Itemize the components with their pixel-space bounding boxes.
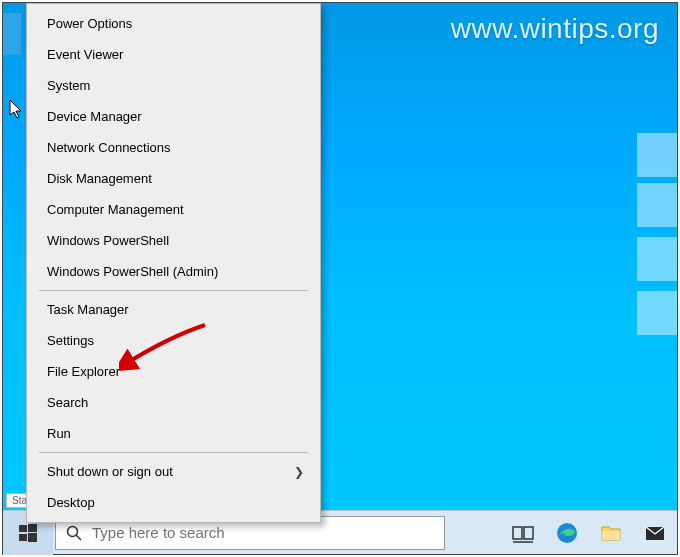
chevron-right-icon: ❯ (294, 465, 304, 479)
mail-button[interactable] (633, 511, 677, 555)
svg-rect-6 (513, 527, 522, 539)
menu-label: Run (47, 426, 71, 441)
svg-point-4 (68, 526, 78, 536)
menu-item-windows-powershell-admin[interactable]: Windows PowerShell (Admin) (27, 256, 320, 287)
task-view-button[interactable] (501, 511, 545, 555)
menu-item-device-manager[interactable]: Device Manager (27, 101, 320, 132)
accent-strip (3, 13, 21, 55)
search-input[interactable] (92, 524, 434, 541)
menu-label: Shut down or sign out (47, 464, 173, 479)
menu-separator (39, 290, 308, 291)
menu-separator (39, 452, 308, 453)
svg-rect-0 (19, 525, 27, 532)
file-explorer-icon (600, 522, 622, 544)
menu-item-settings[interactable]: Settings (27, 325, 320, 356)
windows-start-icon (19, 524, 37, 542)
search-icon (66, 525, 82, 541)
menu-item-search[interactable]: Search (27, 387, 320, 418)
winx-context-menu: Power Options Event Viewer System Device… (26, 3, 321, 523)
svg-line-5 (76, 535, 81, 540)
menu-label: Computer Management (47, 202, 184, 217)
menu-label: Device Manager (47, 109, 142, 124)
svg-rect-3 (28, 533, 37, 542)
menu-label: Task Manager (47, 302, 129, 317)
menu-item-windows-powershell[interactable]: Windows PowerShell (27, 225, 320, 256)
file-explorer-button[interactable] (589, 511, 633, 555)
menu-item-shut-down[interactable]: Shut down or sign out ❯ (27, 456, 320, 487)
edge-icon (556, 522, 578, 544)
task-view-icon (512, 522, 534, 544)
menu-label: Settings (47, 333, 94, 348)
svg-rect-10 (602, 531, 620, 540)
menu-label: Desktop (47, 495, 95, 510)
menu-label: Windows PowerShell (47, 233, 169, 248)
menu-item-task-manager[interactable]: Task Manager (27, 294, 320, 325)
windows-logo-wallpaper (627, 133, 677, 333)
menu-item-network-connections[interactable]: Network Connections (27, 132, 320, 163)
menu-item-system[interactable]: System (27, 70, 320, 101)
menu-item-power-options[interactable]: Power Options (27, 8, 320, 39)
menu-label: Disk Management (47, 171, 152, 186)
menu-item-desktop[interactable]: Desktop (27, 487, 320, 518)
menu-item-disk-management[interactable]: Disk Management (27, 163, 320, 194)
menu-label: Network Connections (47, 140, 171, 155)
menu-label: Power Options (47, 16, 132, 31)
svg-rect-1 (28, 524, 37, 532)
svg-rect-7 (524, 527, 533, 539)
menu-label: File Explorer (47, 364, 120, 379)
svg-rect-2 (19, 534, 27, 541)
menu-label: Search (47, 395, 88, 410)
menu-label: Windows PowerShell (Admin) (47, 264, 218, 279)
menu-item-event-viewer[interactable]: Event Viewer (27, 39, 320, 70)
menu-item-computer-management[interactable]: Computer Management (27, 194, 320, 225)
menu-label: Event Viewer (47, 47, 123, 62)
menu-label: System (47, 78, 90, 93)
watermark-text: www.wintips.org (451, 13, 659, 45)
menu-item-file-explorer[interactable]: File Explorer (27, 356, 320, 387)
mail-icon (644, 522, 666, 544)
menu-item-run[interactable]: Run (27, 418, 320, 449)
edge-button[interactable] (545, 511, 589, 555)
